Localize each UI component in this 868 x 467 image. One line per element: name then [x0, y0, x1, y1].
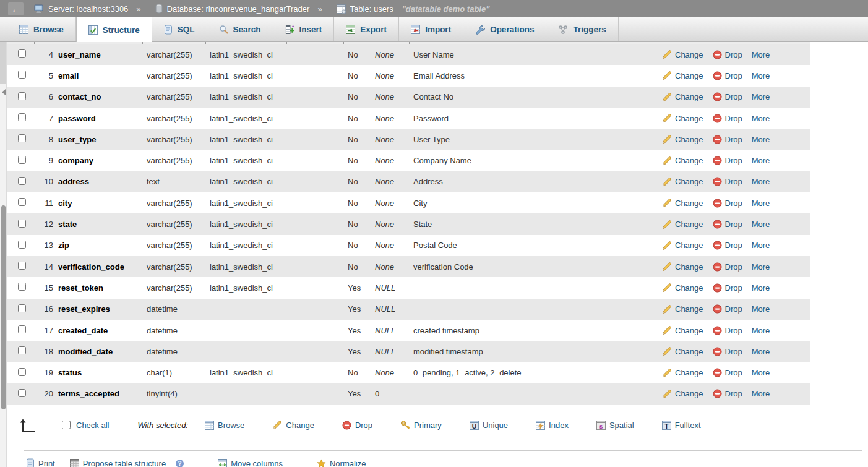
- column-collation[interactable]: latin1_swedish_ci: [206, 156, 287, 165]
- selected-spatial-button[interactable]: s Spatial: [596, 421, 634, 430]
- change-link[interactable]: Change: [662, 49, 703, 59]
- back-button[interactable]: ←: [8, 2, 24, 15]
- drop-link[interactable]: Drop: [713, 71, 742, 80]
- more-link[interactable]: More: [752, 304, 770, 314]
- breadcrumb-database[interactable]: Database: rinconrevenue_hangarTrader: [155, 4, 310, 14]
- row-checkbox[interactable]: [18, 241, 26, 249]
- drop-link[interactable]: Drop: [713, 347, 742, 356]
- row-checkbox[interactable]: [18, 156, 26, 164]
- more-link[interactable]: More: [752, 50, 770, 59]
- column-collation[interactable]: latin1_swedish_ci: [206, 199, 287, 208]
- row-checkbox[interactable]: [18, 113, 26, 121]
- tab-structure[interactable]: Structure: [76, 17, 152, 42]
- help-icon[interactable]: ?: [176, 460, 184, 467]
- change-link[interactable]: Change: [662, 262, 703, 272]
- row-checkbox[interactable]: [18, 134, 26, 142]
- more-link[interactable]: More: [752, 199, 770, 208]
- drop-link[interactable]: Drop: [713, 177, 742, 186]
- drop-link[interactable]: Drop: [713, 304, 742, 314]
- row-checkbox[interactable]: [18, 262, 26, 270]
- more-link[interactable]: More: [752, 220, 770, 229]
- more-link[interactable]: More: [752, 389, 770, 398]
- more-link[interactable]: More: [752, 177, 770, 186]
- row-checkbox[interactable]: [18, 368, 26, 376]
- row-checkbox[interactable]: [18, 177, 26, 185]
- row-checkbox[interactable]: [18, 92, 26, 100]
- change-link[interactable]: Change: [662, 241, 703, 251]
- row-checkbox[interactable]: [18, 220, 26, 228]
- drop-link[interactable]: Drop: [713, 114, 742, 123]
- selected-unique-button[interactable]: U Unique: [470, 421, 508, 430]
- row-checkbox[interactable]: [18, 198, 26, 206]
- check-all-label[interactable]: Check all: [76, 421, 109, 430]
- tab-operations[interactable]: Operations: [463, 17, 546, 41]
- row-checkbox[interactable]: [18, 304, 26, 312]
- row-checkbox[interactable]: [18, 325, 26, 333]
- more-link[interactable]: More: [752, 283, 770, 293]
- selected-change-button[interactable]: Change: [272, 420, 314, 430]
- change-link[interactable]: Change: [662, 220, 703, 229]
- change-link[interactable]: Change: [662, 389, 703, 399]
- row-checkbox[interactable]: [18, 283, 26, 291]
- row-checkbox[interactable]: [18, 346, 26, 354]
- column-collation[interactable]: latin1_swedish_ci: [206, 135, 287, 144]
- change-link[interactable]: Change: [662, 134, 703, 144]
- move-columns-link[interactable]: Move columns: [218, 459, 283, 467]
- drop-link[interactable]: Drop: [713, 92, 742, 101]
- drop-link[interactable]: Drop: [713, 199, 742, 208]
- column-collation[interactable]: latin1_swedish_ci: [206, 114, 287, 123]
- check-all-checkbox[interactable]: [62, 421, 71, 429]
- drop-link[interactable]: Drop: [713, 389, 742, 398]
- drop-link[interactable]: Drop: [713, 326, 742, 335]
- change-link[interactable]: Change: [662, 92, 703, 102]
- selected-browse-button[interactable]: Browse: [205, 421, 244, 430]
- drop-link[interactable]: Drop: [713, 262, 742, 272]
- more-link[interactable]: More: [752, 156, 770, 165]
- drop-link[interactable]: Drop: [713, 220, 742, 229]
- scrollbar-thumb[interactable]: [1, 205, 6, 409]
- row-checkbox[interactable]: [18, 389, 26, 397]
- change-link[interactable]: Change: [662, 177, 703, 187]
- change-link[interactable]: Change: [662, 156, 703, 166]
- column-collation[interactable]: latin1_swedish_ci: [206, 262, 287, 272]
- print-link[interactable]: Print: [26, 458, 55, 467]
- change-link[interactable]: Change: [662, 198, 703, 208]
- more-link[interactable]: More: [752, 92, 770, 101]
- column-collation[interactable]: latin1_swedish_ci: [206, 241, 287, 250]
- tab-sql[interactable]: SQL: [152, 17, 207, 41]
- row-checkbox[interactable]: [18, 49, 26, 58]
- column-collation[interactable]: latin1_swedish_ci: [206, 50, 287, 59]
- collapse-panel-arrow-icon[interactable]: [2, 89, 6, 95]
- tab-triggers[interactable]: Triggers: [546, 17, 618, 41]
- drop-link[interactable]: Drop: [713, 50, 742, 59]
- normalize-link[interactable]: Normalize: [317, 459, 366, 467]
- more-link[interactable]: More: [752, 262, 770, 272]
- change-link[interactable]: Change: [662, 346, 703, 356]
- selected-fulltext-button[interactable]: T Fulltext: [662, 421, 701, 430]
- column-collation[interactable]: latin1_swedish_ci: [206, 177, 287, 186]
- more-link[interactable]: More: [752, 241, 770, 250]
- change-link[interactable]: Change: [662, 113, 703, 123]
- change-link[interactable]: Change: [662, 304, 703, 314]
- more-link[interactable]: More: [752, 114, 770, 123]
- more-link[interactable]: More: [752, 347, 770, 356]
- change-link[interactable]: Change: [662, 368, 703, 378]
- column-collation[interactable]: latin1_swedish_ci: [206, 283, 287, 293]
- row-checkbox[interactable]: [18, 71, 26, 79]
- column-collation[interactable]: latin1_swedish_ci: [206, 368, 287, 377]
- selected-drop-button[interactable]: Drop: [342, 421, 372, 430]
- drop-link[interactable]: Drop: [713, 156, 742, 165]
- column-collation[interactable]: latin1_swedish_ci: [206, 220, 287, 229]
- more-link[interactable]: More: [752, 326, 770, 335]
- tab-import[interactable]: Import: [399, 17, 463, 41]
- tab-insert[interactable]: Insert: [273, 17, 335, 41]
- drop-link[interactable]: Drop: [713, 135, 742, 144]
- drop-link[interactable]: Drop: [713, 283, 742, 293]
- propose-structure-link[interactable]: Propose table structure ?: [70, 459, 184, 467]
- change-link[interactable]: Change: [662, 325, 703, 335]
- column-collation[interactable]: latin1_swedish_ci: [206, 71, 287, 80]
- drop-link[interactable]: Drop: [713, 368, 742, 377]
- change-link[interactable]: Change: [662, 71, 703, 80]
- tab-browse[interactable]: Browse: [7, 17, 76, 41]
- tab-search[interactable]: Search: [207, 17, 273, 41]
